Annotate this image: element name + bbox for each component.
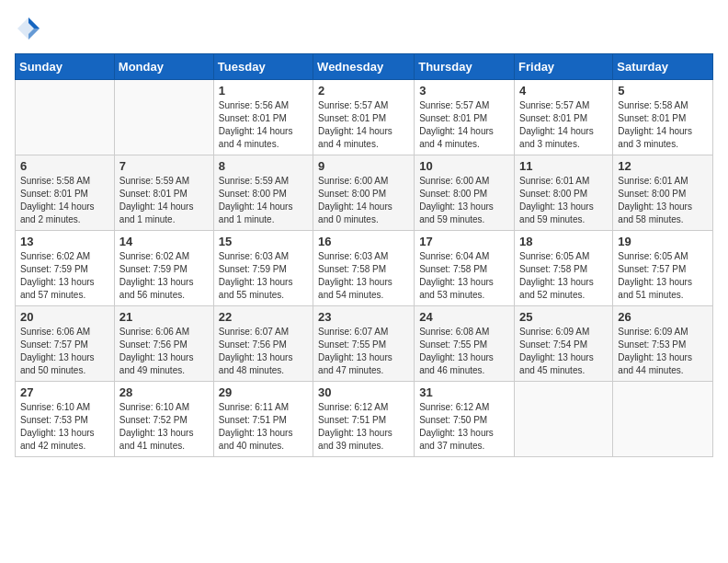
calendar-cell: 23Sunrise: 6:07 AM Sunset: 7:55 PM Dayli…: [313, 306, 415, 382]
logo: [15, 15, 44, 42]
day-number: 31: [419, 385, 509, 399]
day-info: Sunrise: 6:06 AM Sunset: 7:57 PM Dayligh…: [20, 326, 109, 377]
day-info: Sunrise: 6:03 AM Sunset: 7:58 PM Dayligh…: [318, 250, 409, 302]
calendar-week-row: 27Sunrise: 6:10 AM Sunset: 7:53 PM Dayli…: [16, 382, 713, 457]
day-info: Sunrise: 5:57 AM Sunset: 8:01 PM Dayligh…: [519, 99, 608, 151]
day-number: 23: [318, 310, 409, 324]
day-number: 25: [519, 310, 608, 324]
calendar-cell: 16Sunrise: 6:03 AM Sunset: 7:58 PM Dayli…: [313, 231, 415, 306]
day-info: Sunrise: 6:07 AM Sunset: 7:55 PM Dayligh…: [318, 326, 409, 377]
calendar-cell: [16, 80, 115, 155]
calendar-header-wednesday: Wednesday: [313, 54, 415, 80]
day-info: Sunrise: 5:57 AM Sunset: 8:01 PM Dayligh…: [318, 99, 409, 151]
calendar-cell: 5Sunrise: 5:58 AM Sunset: 8:01 PM Daylig…: [613, 80, 713, 155]
calendar-header-tuesday: Tuesday: [213, 54, 313, 80]
day-number: 26: [618, 310, 708, 324]
day-info: Sunrise: 6:00 AM Sunset: 8:00 PM Dayligh…: [419, 175, 509, 226]
day-info: Sunrise: 6:10 AM Sunset: 7:52 PM Dayligh…: [119, 401, 209, 453]
day-number: 16: [318, 235, 409, 248]
day-number: 28: [119, 385, 209, 399]
day-number: 20: [20, 310, 109, 324]
day-number: 7: [119, 159, 209, 173]
day-number: 17: [419, 235, 509, 248]
day-info: Sunrise: 6:10 AM Sunset: 7:53 PM Dayligh…: [20, 401, 109, 453]
day-number: 12: [618, 159, 708, 173]
day-number: 6: [20, 159, 109, 173]
day-number: 4: [519, 84, 608, 98]
calendar-cell: 25Sunrise: 6:09 AM Sunset: 7:54 PM Dayli…: [515, 306, 613, 382]
page-header: [15, 15, 713, 42]
calendar-week-row: 1Sunrise: 5:56 AM Sunset: 8:01 PM Daylig…: [16, 80, 713, 155]
calendar-header-saturday: Saturday: [613, 54, 713, 80]
day-number: 14: [119, 235, 209, 248]
day-info: Sunrise: 6:01 AM Sunset: 8:00 PM Dayligh…: [519, 175, 608, 226]
day-info: Sunrise: 6:12 AM Sunset: 7:51 PM Dayligh…: [318, 401, 409, 453]
day-info: Sunrise: 5:56 AM Sunset: 8:01 PM Dayligh…: [219, 99, 308, 151]
calendar-cell: 17Sunrise: 6:04 AM Sunset: 7:58 PM Dayli…: [415, 231, 515, 306]
calendar-cell: 14Sunrise: 6:02 AM Sunset: 7:59 PM Dayli…: [114, 231, 213, 306]
calendar-cell: 31Sunrise: 6:12 AM Sunset: 7:50 PM Dayli…: [415, 382, 515, 457]
day-info: Sunrise: 6:01 AM Sunset: 8:00 PM Dayligh…: [618, 175, 708, 226]
day-number: 15: [219, 235, 308, 248]
day-info: Sunrise: 5:58 AM Sunset: 8:01 PM Dayligh…: [20, 175, 109, 226]
day-number: 21: [119, 310, 209, 324]
calendar-cell: 8Sunrise: 5:59 AM Sunset: 8:00 PM Daylig…: [213, 155, 313, 231]
day-info: Sunrise: 6:02 AM Sunset: 7:59 PM Dayligh…: [119, 250, 209, 302]
day-info: Sunrise: 6:04 AM Sunset: 7:58 PM Dayligh…: [419, 250, 509, 302]
day-number: 18: [519, 235, 608, 248]
logo-icon: [15, 15, 42, 42]
day-number: 13: [20, 235, 109, 248]
calendar-week-row: 6Sunrise: 5:58 AM Sunset: 8:01 PM Daylig…: [16, 155, 713, 231]
day-info: Sunrise: 6:12 AM Sunset: 7:50 PM Dayligh…: [419, 401, 509, 453]
day-info: Sunrise: 6:09 AM Sunset: 7:54 PM Dayligh…: [519, 326, 608, 377]
day-info: Sunrise: 6:11 AM Sunset: 7:51 PM Dayligh…: [219, 401, 308, 453]
calendar-cell: 24Sunrise: 6:08 AM Sunset: 7:55 PM Dayli…: [415, 306, 515, 382]
calendar-cell: 10Sunrise: 6:00 AM Sunset: 8:00 PM Dayli…: [415, 155, 515, 231]
day-info: Sunrise: 6:05 AM Sunset: 7:57 PM Dayligh…: [618, 250, 708, 302]
day-info: Sunrise: 6:05 AM Sunset: 7:58 PM Dayligh…: [519, 250, 608, 302]
calendar-header-row: SundayMondayTuesdayWednesdayThursdayFrid…: [16, 54, 713, 80]
calendar-week-row: 20Sunrise: 6:06 AM Sunset: 7:57 PM Dayli…: [16, 306, 713, 382]
calendar-cell: 29Sunrise: 6:11 AM Sunset: 7:51 PM Dayli…: [213, 382, 313, 457]
day-number: 10: [419, 159, 509, 173]
calendar-cell: 20Sunrise: 6:06 AM Sunset: 7:57 PM Dayli…: [16, 306, 115, 382]
calendar-header-monday: Monday: [114, 54, 213, 80]
calendar-cell: [613, 382, 713, 457]
calendar-cell: [515, 382, 613, 457]
calendar-header-friday: Friday: [515, 54, 613, 80]
calendar-cell: 11Sunrise: 6:01 AM Sunset: 8:00 PM Dayli…: [515, 155, 613, 231]
calendar-cell: 4Sunrise: 5:57 AM Sunset: 8:01 PM Daylig…: [515, 80, 613, 155]
calendar-cell: 26Sunrise: 6:09 AM Sunset: 7:53 PM Dayli…: [613, 306, 713, 382]
calendar-cell: 7Sunrise: 5:59 AM Sunset: 8:01 PM Daylig…: [114, 155, 213, 231]
day-info: Sunrise: 6:07 AM Sunset: 7:56 PM Dayligh…: [219, 326, 308, 377]
calendar-cell: 2Sunrise: 5:57 AM Sunset: 8:01 PM Daylig…: [313, 80, 415, 155]
day-number: 8: [219, 159, 308, 173]
calendar-cell: [114, 80, 213, 155]
day-number: 30: [318, 385, 409, 399]
day-number: 22: [219, 310, 308, 324]
calendar-cell: 13Sunrise: 6:02 AM Sunset: 7:59 PM Dayli…: [16, 231, 115, 306]
day-info: Sunrise: 5:57 AM Sunset: 8:01 PM Dayligh…: [419, 99, 509, 151]
calendar-cell: 22Sunrise: 6:07 AM Sunset: 7:56 PM Dayli…: [213, 306, 313, 382]
day-info: Sunrise: 6:06 AM Sunset: 7:56 PM Dayligh…: [119, 326, 209, 377]
day-number: 9: [318, 159, 409, 173]
calendar-table: SundayMondayTuesdayWednesdayThursdayFrid…: [15, 53, 713, 457]
day-number: 19: [618, 235, 708, 248]
day-info: Sunrise: 5:58 AM Sunset: 8:01 PM Dayligh…: [618, 99, 708, 151]
calendar-week-row: 13Sunrise: 6:02 AM Sunset: 7:59 PM Dayli…: [16, 231, 713, 306]
day-number: 11: [519, 159, 608, 173]
calendar-cell: 9Sunrise: 6:00 AM Sunset: 8:00 PM Daylig…: [313, 155, 415, 231]
calendar-cell: 18Sunrise: 6:05 AM Sunset: 7:58 PM Dayli…: [515, 231, 613, 306]
day-info: Sunrise: 5:59 AM Sunset: 8:00 PM Dayligh…: [219, 175, 308, 226]
calendar-cell: 19Sunrise: 6:05 AM Sunset: 7:57 PM Dayli…: [613, 231, 713, 306]
day-number: 5: [618, 84, 708, 98]
day-number: 24: [419, 310, 509, 324]
calendar-cell: 6Sunrise: 5:58 AM Sunset: 8:01 PM Daylig…: [16, 155, 115, 231]
day-number: 1: [219, 84, 308, 98]
day-number: 27: [20, 385, 109, 399]
calendar-cell: 28Sunrise: 6:10 AM Sunset: 7:52 PM Dayli…: [114, 382, 213, 457]
calendar-cell: 3Sunrise: 5:57 AM Sunset: 8:01 PM Daylig…: [415, 80, 515, 155]
calendar-cell: 12Sunrise: 6:01 AM Sunset: 8:00 PM Dayli…: [613, 155, 713, 231]
calendar-cell: 27Sunrise: 6:10 AM Sunset: 7:53 PM Dayli…: [16, 382, 115, 457]
day-info: Sunrise: 6:08 AM Sunset: 7:55 PM Dayligh…: [419, 326, 509, 377]
